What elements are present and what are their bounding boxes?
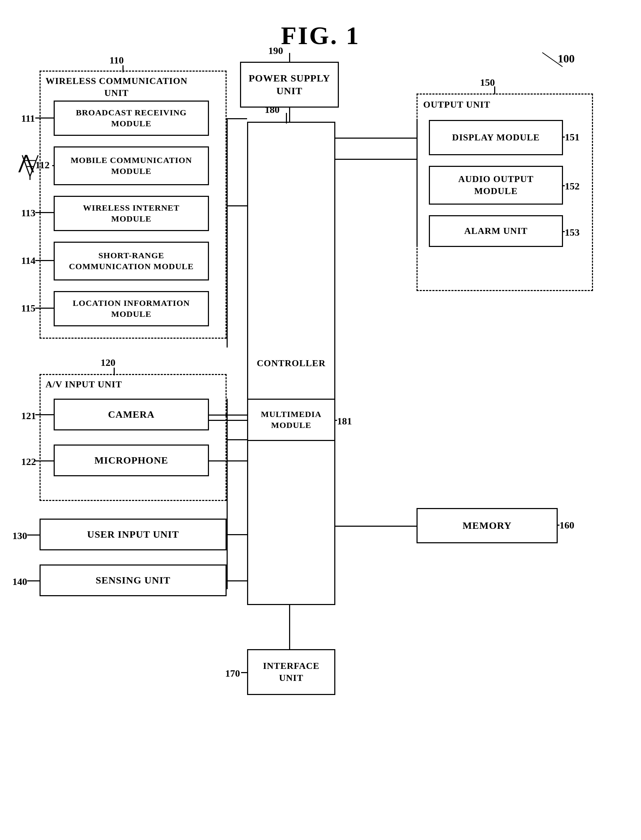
line-115 — [35, 308, 54, 309]
line-113 — [35, 212, 54, 213]
controller-box: CONTROLLER — [247, 122, 335, 605]
v-wireless-internal — [227, 118, 228, 347]
microphone-box: MICROPHONE — [54, 445, 209, 476]
v-av-internal — [227, 399, 228, 589]
interface-unit-box: INTERFACEUNIT — [247, 649, 335, 695]
label-115: 115 — [21, 303, 35, 314]
mobile-comm-box: MOBILE COMMUNICATIONMODULE — [54, 146, 209, 185]
figure-title: FIG. 1 — [0, 21, 641, 50]
line-180-down — [286, 113, 287, 124]
camera-box: CAMERA — [54, 399, 209, 430]
label-160: 160 — [559, 520, 574, 531]
label-122: 122 — [21, 456, 36, 467]
line-130 — [27, 535, 40, 536]
sensing-unit-box: SENSING UNIT — [40, 564, 227, 596]
label-100: 100 — [558, 52, 575, 65]
label-120: 120 — [101, 357, 116, 368]
line-121 — [35, 414, 54, 415]
controller-label: CONTROLLER — [257, 357, 326, 369]
v-output-connect — [417, 120, 417, 247]
h-ctrl-to-mm — [227, 420, 247, 421]
label-181: 181 — [337, 416, 352, 427]
conn-wireless-controller — [227, 205, 247, 206]
line-151 — [563, 137, 565, 138]
label-153: 153 — [565, 227, 580, 238]
av-input-label: A/V INPUT UNIT — [45, 379, 122, 390]
line-153 — [563, 231, 565, 232]
multimedia-box: MULTIMEDIAMODULE — [247, 399, 335, 441]
output-unit-label: OUTPUT UNIT — [423, 99, 490, 111]
label-114: 114 — [21, 255, 35, 267]
svg-line-0 — [22, 155, 30, 177]
conn-controller-output — [335, 159, 417, 160]
label-113: 113 — [21, 207, 35, 219]
label-110: 110 — [110, 55, 124, 66]
line-psu-controller — [289, 108, 290, 122]
h-ctrl-to-output-top — [335, 138, 417, 139]
h-wireless-to-ctrl — [227, 118, 247, 119]
v-ctrl-to-intf — [289, 605, 290, 650]
line-112 — [52, 165, 54, 166]
label-111: 111 — [21, 113, 35, 124]
label-151: 151 — [565, 132, 580, 143]
h-av-to-ctrl — [227, 439, 247, 440]
label-190: 190 — [268, 45, 283, 56]
line-150 — [494, 87, 495, 94]
label-152: 152 — [565, 181, 580, 192]
conn-camera-mmodule — [209, 414, 247, 416]
line-190-down — [289, 53, 290, 63]
line-181 — [335, 420, 337, 421]
line-122 — [35, 460, 54, 461]
conn-mic-mmodule — [209, 460, 247, 461]
line-152 — [563, 185, 565, 186]
conn-userinput-controller — [227, 534, 247, 535]
broadcast-receiving-box: BROADCAST RECEIVINGMODULE — [54, 101, 209, 136]
display-module-box: DISPLAY MODULE — [429, 120, 563, 155]
antenna-symbol — [21, 152, 40, 181]
label-170: 170 — [225, 668, 240, 679]
label-140: 140 — [12, 576, 27, 588]
line-111 — [35, 117, 54, 119]
memory-box: MEMORY — [417, 508, 558, 543]
alarm-unit-box: ALARM UNIT — [429, 215, 563, 247]
line-140 — [27, 580, 40, 581]
label-121: 121 — [21, 410, 36, 422]
svg-line-1 — [30, 155, 38, 177]
page: FIG. 1 WIRELESS COMMUNICATIONUNIT 110 BR… — [0, 0, 641, 840]
h-ctrl-memory — [335, 526, 417, 527]
power-supply-box: POWER SUPPLYUNIT — [240, 62, 339, 108]
wireless-internet-box: WIRELESS INTERNETMODULE — [54, 196, 209, 231]
line-170 — [241, 672, 247, 673]
label-150: 150 — [480, 77, 495, 88]
location-info-box: LOCATION INFORMATIONMODULE — [54, 291, 209, 326]
av-input-unit-box: A/V INPUT UNIT — [40, 374, 227, 501]
line-160 — [558, 525, 559, 526]
conn-sensing-controller — [227, 580, 247, 581]
label-130: 130 — [12, 530, 27, 541]
wireless-comm-label: WIRELESS COMMUNICATIONUNIT — [45, 75, 187, 99]
line-114 — [35, 260, 54, 261]
user-input-box: USER INPUT UNIT — [40, 519, 227, 550]
line-120 — [114, 368, 115, 375]
audio-output-box: AUDIO OUTPUTMODULE — [429, 166, 563, 205]
line-110-to-box — [122, 65, 124, 72]
short-range-box: SHORT-RANGECOMMUNICATION MODULE — [54, 242, 209, 281]
